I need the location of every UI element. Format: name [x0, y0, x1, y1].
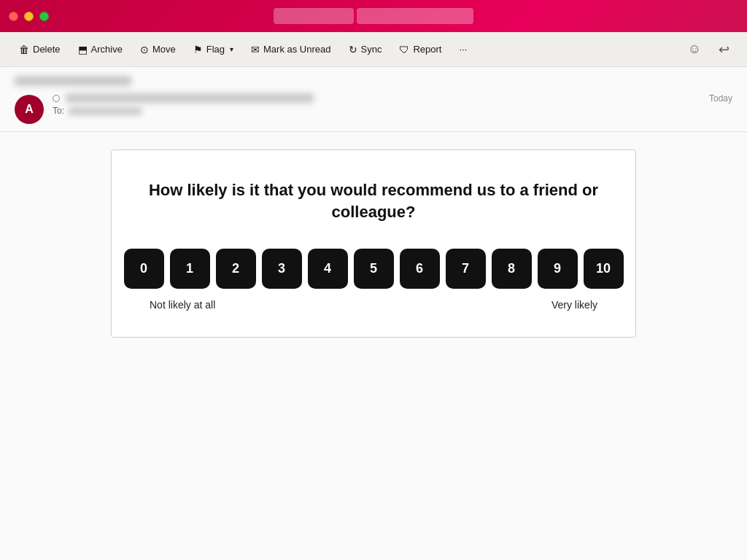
- nps-btn-3[interactable]: 3: [262, 249, 302, 289]
- nps-label-low: Not likely at all: [150, 299, 215, 311]
- mark-unread-label: Mark as Unread: [263, 44, 330, 55]
- delete-button[interactable]: 🗑 Delete: [12, 39, 68, 60]
- nps-btn-2[interactable]: 2: [216, 249, 256, 289]
- sync-icon: ↻: [349, 44, 357, 55]
- titlebar-pill-left: [274, 8, 354, 24]
- flag-button[interactable]: ⚑ Flag ▾: [186, 39, 241, 60]
- nps-btn-4[interactable]: 4: [308, 249, 348, 289]
- email-area: A To: Today How likely is it that you wo…: [0, 67, 747, 560]
- archive-button[interactable]: ⬒ Archive: [71, 39, 130, 60]
- survey-question: How likely is it that you would recommen…: [148, 179, 599, 222]
- more-button[interactable]: ···: [452, 39, 474, 59]
- report-icon: 🛡: [399, 44, 409, 55]
- titlebar: [0, 0, 747, 32]
- nps-labels: Not likely at all Very likely: [148, 299, 599, 311]
- emoji-button[interactable]: ☺: [683, 38, 706, 61]
- delete-icon: 🗑: [19, 44, 29, 55]
- email-header: A To: Today: [0, 67, 747, 132]
- nps-btn-7[interactable]: 7: [446, 249, 486, 289]
- subject-row: [15, 76, 732, 86]
- email-date: Today: [709, 93, 732, 104]
- sender-status-circle: [53, 95, 60, 102]
- mark-as-unread-button[interactable]: ✉ Mark as Unread: [244, 39, 338, 60]
- emoji-icon: ☺: [688, 42, 701, 57]
- nps-scale: 012345678910: [148, 249, 599, 289]
- archive-icon: ⬒: [78, 44, 88, 55]
- minimize-button[interactable]: [24, 12, 34, 21]
- flag-label: Flag: [206, 44, 225, 55]
- move-label: Move: [152, 44, 176, 55]
- nps-btn-0[interactable]: 0: [124, 249, 164, 289]
- sender-info: To:: [53, 93, 700, 116]
- sender-name-row: [53, 93, 700, 103]
- maximize-button[interactable]: [39, 12, 49, 21]
- reply-button[interactable]: ↩: [712, 38, 735, 61]
- email-body: How likely is it that you would recommen…: [0, 132, 747, 355]
- nps-btn-10[interactable]: 10: [584, 249, 624, 289]
- to-label: To:: [53, 106, 64, 116]
- to-row: To:: [53, 106, 700, 116]
- move-icon: ⊙: [140, 44, 149, 55]
- survey-card: How likely is it that you would recommen…: [111, 149, 636, 338]
- subject-text: [15, 76, 131, 86]
- titlebar-center: [274, 8, 473, 24]
- sender-name: [66, 93, 314, 103]
- move-button[interactable]: ⊙ Move: [133, 39, 183, 60]
- nps-label-high: Very likely: [551, 299, 597, 311]
- close-button[interactable]: [9, 12, 18, 21]
- report-button[interactable]: 🛡 Report: [392, 39, 449, 60]
- toolbar: 🗑 Delete ⬒ Archive ⊙ Move ⚑ Flag ▾ ✉ Mar…: [0, 32, 747, 67]
- nps-btn-1[interactable]: 1: [170, 249, 210, 289]
- report-label: Report: [413, 44, 441, 55]
- to-email: [69, 107, 142, 115]
- nps-btn-9[interactable]: 9: [538, 249, 578, 289]
- mark-unread-icon: ✉: [251, 44, 260, 55]
- archive-label: Archive: [91, 44, 123, 55]
- reply-icon: ↩: [719, 42, 729, 58]
- flag-icon: ⚑: [193, 44, 203, 55]
- avatar: A: [15, 95, 44, 124]
- titlebar-pill-right: [357, 8, 473, 24]
- toolbar-right: ☺ ↩: [683, 38, 735, 61]
- nps-btn-8[interactable]: 8: [492, 249, 532, 289]
- header-date-col: Today: [709, 93, 732, 104]
- more-label: ···: [459, 44, 467, 55]
- traffic-lights: [9, 12, 49, 21]
- nps-btn-5[interactable]: 5: [354, 249, 394, 289]
- delete-label: Delete: [33, 44, 61, 55]
- flag-chevron-icon: ▾: [230, 45, 233, 53]
- sync-label: Sync: [361, 44, 382, 55]
- nps-btn-6[interactable]: 6: [400, 249, 440, 289]
- sender-row: A To: Today: [15, 93, 732, 124]
- sync-button[interactable]: ↻ Sync: [341, 39, 390, 60]
